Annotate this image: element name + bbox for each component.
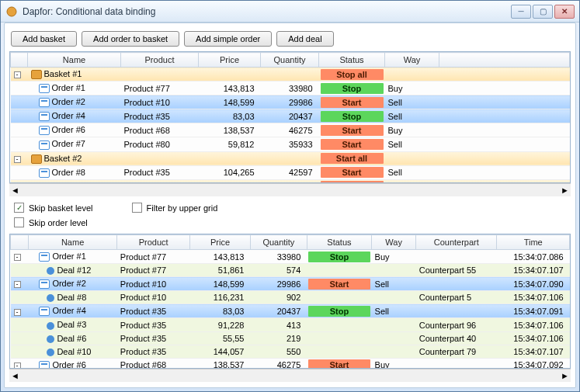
expand-toggle[interactable]: - <box>14 71 21 78</box>
expand-toggle[interactable]: - <box>14 363 21 369</box>
status-badge[interactable]: Start <box>321 97 384 108</box>
column-header[interactable] <box>11 53 28 68</box>
grid-row[interactable]: Order #1Product #77143,81333980StopBuy <box>11 82 570 95</box>
close-button[interactable]: ✕ <box>554 5 575 19</box>
app-window: Dapfor: Conditional data binding ─ ▢ ✕ A… <box>0 0 580 392</box>
add-deal-button[interactable]: Add deal <box>276 31 333 47</box>
row-name: Order #1 <box>52 252 85 261</box>
column-header[interactable]: Time <box>497 235 570 250</box>
row-name: Basket #2 <box>44 154 82 163</box>
add-order-button[interactable]: Add order to basket <box>82 31 179 47</box>
grid-row[interactable]: Order #7Product #8059,81235933StartSell <box>11 137 570 151</box>
grid-row[interactable]: -Order #1Product #77143,81333980StopBuy1… <box>11 250 570 264</box>
grid-row[interactable]: Deal #6Product #3555,55219Counterpart 40… <box>11 331 570 345</box>
bottom-grid[interactable]: NameProductPriceQuantityStatusWayCounter… <box>9 234 571 369</box>
grid-row[interactable]: -Basket #1Stop all <box>11 68 570 82</box>
skip-order-checkbox[interactable]: Skip order level <box>14 217 566 227</box>
status-badge[interactable]: Start <box>321 139 384 150</box>
row-name: Order #4 <box>52 111 85 120</box>
bottom-scrollbar[interactable]: ◄► <box>9 369 571 382</box>
expand-toggle[interactable]: - <box>14 309 21 316</box>
column-header[interactable]: Price <box>189 235 250 250</box>
grid-row[interactable]: Deal #3Product #3591,228413Counterpart 9… <box>11 318 570 331</box>
order-icon <box>39 361 50 369</box>
row-name: Order #6 <box>52 360 85 369</box>
titlebar[interactable]: Dapfor: Conditional data binding ─ ▢ ✕ <box>1 1 579 23</box>
skip-basket-checkbox[interactable]: ✓Skip basket level <box>14 203 93 213</box>
grid-row[interactable]: Order #8Product #35104,26542597StartSell <box>11 165 570 179</box>
grid-row[interactable]: -Order #2Product #10148,59929986StartSel… <box>11 277 570 291</box>
order-icon <box>39 140 50 150</box>
top-scrollbar[interactable]: ◄► <box>9 183 571 196</box>
grid-row[interactable]: Order #6Product #68138,53746275StartBuy <box>11 123 570 137</box>
order-icon <box>39 168 50 178</box>
deal-icon <box>47 322 54 330</box>
column-header[interactable]: Status <box>307 235 371 250</box>
status-badge[interactable]: Start all <box>321 181 384 183</box>
status-badge[interactable]: Stop <box>321 83 384 94</box>
basket-icon <box>31 182 42 183</box>
row-name: Deal #12 <box>57 265 91 275</box>
filter-upper-checkbox[interactable]: Filter by upper grid <box>132 203 218 213</box>
row-name: Order #2 <box>52 279 85 288</box>
grid-row[interactable]: Deal #10Product #35144,057550Counterpart… <box>11 345 570 358</box>
row-name: Order #8 <box>52 168 85 177</box>
status-badge[interactable]: Start all <box>321 153 384 164</box>
status-badge[interactable]: Start <box>308 359 370 369</box>
add-simple-order-button[interactable]: Add simple order <box>184 31 272 47</box>
svg-point-0 <box>7 7 16 16</box>
top-grid[interactable]: NameProductPriceQuantityStatusWay-Basket… <box>9 51 571 183</box>
column-header[interactable]: Name <box>28 53 121 68</box>
row-name: Basket #1 <box>44 69 82 78</box>
row-name: Order #2 <box>52 97 85 106</box>
minimize-button[interactable]: ─ <box>511 5 531 19</box>
basket-icon <box>31 70 42 79</box>
column-header[interactable]: Product <box>121 53 199 68</box>
deal-icon <box>47 294 54 302</box>
row-name: Deal #10 <box>57 347 91 356</box>
column-header[interactable]: Quantity <box>261 53 319 68</box>
grid-row[interactable]: Order #2Product #10148,59929986StartSell <box>11 95 570 109</box>
order-icon <box>39 252 50 262</box>
status-badge[interactable]: Stop <box>308 252 370 262</box>
status-badge[interactable]: Start <box>308 279 370 290</box>
expand-toggle[interactable]: - <box>14 281 21 288</box>
grid-row[interactable]: -Order #4Product #3583,0320437StopSell15… <box>11 304 570 318</box>
column-header[interactable]: Way <box>372 235 416 250</box>
order-icon <box>39 84 50 93</box>
grid-row[interactable]: Deal #8Product #10116,231902Counterpart … <box>11 291 570 304</box>
add-basket-button[interactable]: Add basket <box>11 31 77 47</box>
row-name: Basket #3 <box>44 182 82 183</box>
status-badge[interactable]: Stop <box>308 306 370 317</box>
column-header[interactable]: Status <box>319 53 385 68</box>
deal-icon <box>47 335 54 343</box>
basket-icon <box>31 154 42 164</box>
order-icon <box>39 307 50 316</box>
status-badge[interactable]: Stop all <box>321 69 384 80</box>
grid-row[interactable]: -Basket #3Start all <box>11 179 570 183</box>
column-header[interactable] <box>11 235 29 250</box>
expand-toggle[interactable]: - <box>14 254 21 261</box>
order-icon <box>39 279 50 289</box>
column-header[interactable]: Name <box>28 235 116 250</box>
deal-icon <box>47 349 54 356</box>
grid-row[interactable]: Order #4Product #3583,0320437StopSell <box>11 109 570 123</box>
status-badge[interactable]: Stop <box>321 111 384 122</box>
column-header[interactable]: Product <box>117 235 190 250</box>
status-badge[interactable]: Start <box>321 167 384 178</box>
row-name: Deal #8 <box>57 293 86 302</box>
row-name: Order #7 <box>52 139 85 148</box>
column-header[interactable]: Price <box>199 53 261 68</box>
column-header[interactable]: Way <box>385 53 439 68</box>
grid-row[interactable]: Deal #12Product #7751,861574Counterpart … <box>11 264 570 277</box>
column-header[interactable]: Quantity <box>250 235 307 250</box>
column-header[interactable]: Counterpart <box>416 235 497 250</box>
status-badge[interactable]: Start <box>321 125 384 136</box>
options-panel: ✓Skip basket level Filter by upper grid … <box>9 196 571 234</box>
grid-row[interactable]: -Order #6Product #68138,53746275StartBuy… <box>11 358 570 369</box>
grid-row[interactable]: -Basket #2Start all <box>11 151 570 165</box>
expand-toggle[interactable]: - <box>14 156 21 163</box>
order-icon <box>39 112 50 121</box>
row-name: Order #4 <box>52 306 85 315</box>
maximize-button[interactable]: ▢ <box>533 5 553 19</box>
